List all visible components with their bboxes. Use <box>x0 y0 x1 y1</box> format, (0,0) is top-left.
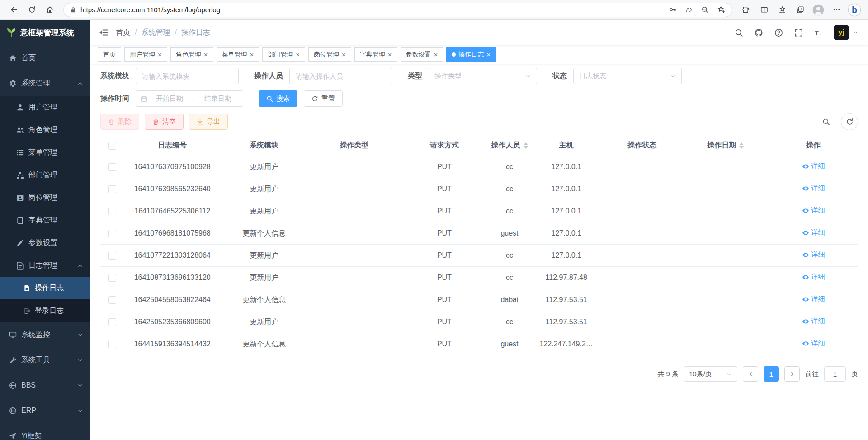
sidebar-item-menu-mgmt[interactable]: 菜单管理 <box>0 141 90 164</box>
browser-more-button[interactable] <box>828 2 844 18</box>
close-icon[interactable]: × <box>158 51 162 58</box>
favorites-button[interactable] <box>774 2 790 18</box>
detail-link[interactable]: 详细 <box>802 339 825 348</box>
zoom-out-button[interactable] <box>697 2 713 18</box>
sidebar-item-role-mgmt[interactable]: 角色管理 <box>0 118 90 141</box>
browser-profile-button[interactable] <box>810 2 826 18</box>
extensions-button[interactable] <box>738 2 754 18</box>
collections-button[interactable] <box>792 2 808 18</box>
help-button[interactable] <box>769 20 788 45</box>
copilot-button[interactable] <box>846 2 863 18</box>
browser-refresh-button[interactable] <box>24 2 40 18</box>
close-icon[interactable]: × <box>296 51 300 58</box>
user-avatar[interactable]: yj <box>834 25 849 40</box>
next-page-button[interactable] <box>784 366 800 382</box>
row-checkbox[interactable] <box>108 318 116 326</box>
detail-link[interactable]: 详细 <box>802 273 825 281</box>
detail-link[interactable]: 详细 <box>802 317 825 326</box>
row-checkbox[interactable] <box>108 274 116 282</box>
close-icon[interactable]: × <box>342 51 346 58</box>
tab-dept-mgmt[interactable]: 部门管理× <box>262 47 305 62</box>
sidebar-item-home[interactable]: 首页 <box>0 45 90 71</box>
row-checkbox[interactable] <box>108 230 116 237</box>
close-icon[interactable]: × <box>486 51 491 58</box>
header-search-button[interactable] <box>730 20 748 45</box>
github-link-button[interactable] <box>750 20 768 45</box>
status-select[interactable]: 日志状态 <box>573 68 682 84</box>
tab-user-mgmt[interactable]: 用户管理× <box>124 47 167 62</box>
refresh-table-button[interactable] <box>841 113 858 130</box>
goto-page-input[interactable] <box>824 366 846 382</box>
tab-role-mgmt[interactable]: 角色管理× <box>170 47 213 62</box>
detail-link[interactable]: 详细 <box>802 206 825 215</box>
fullscreen-button[interactable] <box>789 20 807 45</box>
row-checkbox[interactable] <box>108 252 116 260</box>
row-checkbox[interactable] <box>108 296 116 304</box>
browser-home-button[interactable] <box>42 2 58 18</box>
delete-button[interactable]: 删除 <box>100 114 139 130</box>
module-input[interactable] <box>136 68 239 84</box>
sort-caret-icon[interactable] <box>524 142 528 149</box>
export-button[interactable]: 导出 <box>189 114 228 130</box>
close-icon[interactable]: × <box>434 51 438 58</box>
sidebar-item-erp[interactable]: ERP <box>0 398 90 423</box>
date-range-picker[interactable]: 开始日期 - 结束日期 <box>136 90 243 107</box>
sidebar-item-post-mgmt[interactable]: 岗位管理 <box>0 186 90 209</box>
font-size-button[interactable] <box>809 20 827 45</box>
header-status: 操作状态 <box>602 135 682 156</box>
search-button[interactable]: 搜索 <box>259 90 297 107</box>
sidebar-toggle-button[interactable] <box>99 28 108 38</box>
tab-home[interactable]: 首页 <box>98 47 121 62</box>
clear-button[interactable]: 清空 <box>145 114 184 130</box>
close-icon[interactable]: × <box>250 51 254 58</box>
sidebar-item-bbs[interactable]: BBS <box>0 373 90 398</box>
detail-link[interactable]: 详细 <box>802 162 825 170</box>
sort-caret-icon[interactable] <box>739 142 744 149</box>
reset-button[interactable]: 重置 <box>304 90 343 107</box>
show-search-toggle-button[interactable] <box>817 113 835 130</box>
chevron-down-icon[interactable] <box>853 30 858 35</box>
row-checkbox[interactable] <box>108 185 116 193</box>
type-select[interactable]: 操作类型 <box>429 68 537 84</box>
sidebar-item-system-monitor[interactable]: 系统监控 <box>0 322 90 347</box>
saved-password-button[interactable] <box>664 2 680 18</box>
tab-post-mgmt[interactable]: 岗位管理× <box>308 47 351 62</box>
operator-input[interactable] <box>289 68 392 84</box>
tab-operation-log[interactable]: 操作日志× <box>446 47 496 62</box>
sidebar-item-yi-framework[interactable]: Yi框架 <box>0 423 90 440</box>
address-bar[interactable]: https://ccnetcore.com:1101/system/log/op… <box>63 3 732 17</box>
add-favorite-button[interactable] <box>713 2 729 18</box>
detail-link[interactable]: 详细 <box>802 295 825 303</box>
sidebar-item-login-log[interactable]: 登录日志 <box>0 299 90 322</box>
sidebar-item-operation-log[interactable]: 操作日志 <box>0 277 90 299</box>
select-all-checkbox[interactable] <box>108 142 116 150</box>
close-icon[interactable]: × <box>204 51 208 58</box>
sidebar-item-system-tools[interactable]: 系统工具 <box>0 347 90 373</box>
tab-dict-mgmt[interactable]: 字典管理× <box>354 47 397 62</box>
sidebar-item-param-settings[interactable]: 参数设置 <box>0 232 90 254</box>
sidebar-item-user-mgmt[interactable]: 用户管理 <box>0 96 90 118</box>
row-checkbox[interactable] <box>108 341 116 348</box>
sidebar-item-log-mgmt[interactable]: 日志管理 <box>0 254 90 277</box>
row-checkbox[interactable] <box>108 208 116 215</box>
breadcrumb-item-home[interactable]: 首页 <box>116 28 130 38</box>
calendar-icon <box>141 95 147 102</box>
detail-link[interactable]: 详细 <box>802 251 825 259</box>
detail-link[interactable]: 详细 <box>802 228 825 237</box>
page-size-select[interactable]: 10条/页 <box>684 366 737 382</box>
tab-menu-mgmt[interactable]: 菜单管理× <box>217 47 259 62</box>
tab-param-settings[interactable]: 参数设置× <box>401 47 443 62</box>
page-number-button[interactable]: 1 <box>764 366 779 382</box>
sidebar-item-dict-mgmt[interactable]: 字典管理 <box>0 209 90 232</box>
read-aloud-button[interactable] <box>680 2 697 18</box>
row-checkbox[interactable] <box>108 163 116 171</box>
prev-page-button[interactable] <box>743 366 758 382</box>
sidebar-item-dept-mgmt[interactable]: 部门管理 <box>0 164 90 186</box>
split-screen-button[interactable] <box>756 2 772 18</box>
detail-link[interactable]: 详细 <box>802 184 825 193</box>
sidebar-item-system-mgmt[interactable]: 系统管理 <box>0 71 90 96</box>
browser-back-button[interactable] <box>5 2 22 18</box>
close-icon[interactable]: × <box>388 51 392 58</box>
read-aloud-icon <box>685 6 693 14</box>
cell-method: PUT <box>401 311 488 333</box>
